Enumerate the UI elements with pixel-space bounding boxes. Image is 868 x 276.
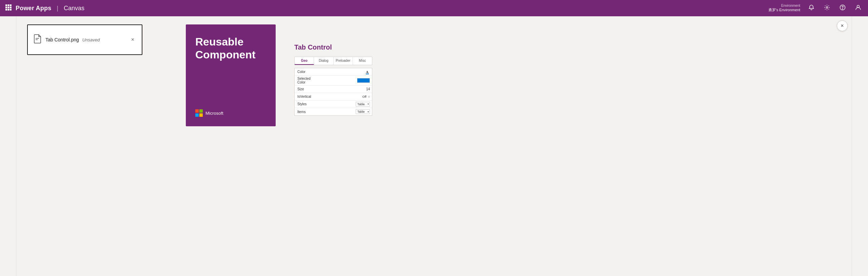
microsoft-logo: Microsoft [195, 109, 266, 117]
grid-icon[interactable] [5, 4, 12, 12]
svg-rect-4 [8, 6, 9, 8]
prop-label-size: Size [295, 86, 322, 92]
prop-value-isvertical: Off ○ [322, 94, 372, 99]
prop-row-size: Size 14 [295, 86, 372, 93]
component-title-line1: Reusable [195, 36, 243, 48]
svg-text:A: A [366, 70, 369, 74]
svg-rect-7 [8, 9, 9, 11]
tab-dialog[interactable]: Dialog [314, 57, 333, 65]
prop-label-isvertical: IsVertical [295, 94, 322, 99]
ms-square-red [195, 109, 199, 113]
prop-value-size: 14 [322, 86, 372, 92]
styles-select[interactable]: Table [356, 102, 370, 107]
notification-button[interactable] [807, 3, 816, 14]
user-button[interactable] [854, 3, 863, 14]
right-panel [852, 16, 868, 276]
tab-misc[interactable]: Misc [353, 57, 372, 65]
svg-rect-16 [366, 74, 369, 74]
app-title: Power Apps [16, 5, 51, 12]
svg-point-9 [826, 6, 828, 8]
environment-container: Environment 勇罗's Environment [768, 4, 800, 12]
prop-value-selected-color [322, 77, 372, 84]
styles-select-wrapper: Table [356, 102, 370, 107]
file-unsaved-label: Unsaved [82, 37, 100, 42]
prop-label-styles: Styles [295, 101, 322, 107]
prop-row-items: Items Table [295, 108, 372, 115]
sidebar [0, 16, 16, 276]
file-icon [33, 34, 41, 45]
main-layout: Tab Control.png Unsaved × Reusable Compo… [0, 16, 868, 276]
component-card: Reusable Component Microsoft [186, 24, 276, 126]
ms-square-blue [195, 113, 199, 117]
svg-rect-0 [5, 4, 7, 6]
ms-square-green [199, 109, 203, 113]
svg-rect-8 [10, 9, 12, 11]
component-title: Reusable Component [195, 35, 266, 61]
topbar-right: Environment 勇罗's Environment [768, 3, 863, 14]
svg-rect-5 [10, 6, 12, 8]
settings-button[interactable] [823, 3, 831, 14]
prop-label-selected-color: Selected Color [295, 76, 322, 85]
content-area: Tab Control.png Unsaved × Reusable Compo… [16, 16, 852, 276]
close-panel-button[interactable]: × [837, 20, 848, 31]
help-button[interactable] [838, 3, 847, 14]
properties-table: Color A Selected Color Size [294, 68, 372, 116]
ms-square-yellow [199, 113, 203, 117]
environment-label: Environment [781, 4, 800, 8]
prop-label-color: Color [295, 69, 322, 75]
component-title-line2: Component [195, 49, 256, 61]
file-close-button[interactable]: × [129, 36, 136, 43]
microsoft-grid-icon [195, 109, 203, 117]
prop-label-items: Items [295, 109, 322, 115]
toggle-off[interactable]: Off ○ [362, 95, 370, 98]
svg-rect-6 [5, 9, 7, 11]
component-info-panel: Tab Control Geo Dialog Preloader Misc Co… [294, 43, 372, 116]
microsoft-label: Microsoft [205, 111, 223, 116]
topbar-subtitle: Canvas [64, 5, 84, 12]
topbar-divider: | [57, 5, 58, 12]
svg-rect-3 [5, 6, 7, 8]
topbar: Power Apps | Canvas Environment 勇罗's Env… [0, 0, 868, 16]
prop-value-styles: Table [322, 101, 372, 108]
color-swatch[interactable] [357, 78, 370, 83]
svg-rect-1 [8, 4, 9, 6]
prop-row-isvertical: IsVertical Off ○ [295, 93, 372, 100]
file-name: Tab Control.png [45, 37, 79, 42]
file-info: Tab Control.png Unsaved [45, 37, 125, 42]
environment-name: 勇罗's Environment [768, 8, 800, 12]
component-mini-tabs: Geo Dialog Preloader Misc [294, 57, 372, 65]
prop-row-styles: Styles Table [295, 100, 372, 108]
prop-row-color: Color A [295, 68, 372, 76]
svg-rect-2 [10, 4, 12, 6]
prop-value-items: Table [322, 108, 372, 115]
file-card: Tab Control.png Unsaved × [27, 24, 142, 55]
items-select[interactable]: Table [356, 109, 370, 114]
component-info-title: Tab Control [294, 43, 372, 51]
svg-point-11 [842, 8, 843, 9]
prop-value-color: A [322, 69, 372, 75]
items-select-wrapper: Table [356, 109, 370, 114]
tab-geo[interactable]: Geo [295, 57, 314, 65]
tab-preloader[interactable]: Preloader [334, 57, 353, 65]
prop-row-selected-color: Selected Color [295, 76, 372, 86]
